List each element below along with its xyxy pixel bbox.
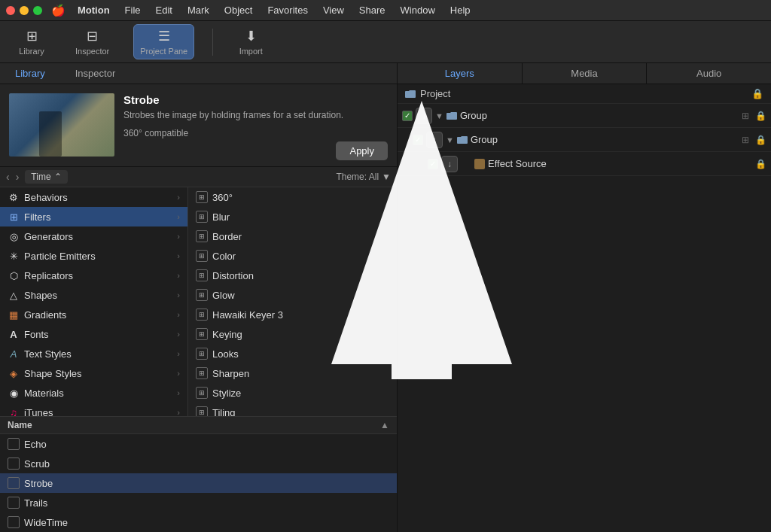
category-item-particle-emitters[interactable]: ✳ Particle Emitters › [0,246,187,266]
category-item-shape-styles[interactable]: ◈ Shape Styles › [0,363,187,383]
subcat-looks[interactable]: ⊞ Looks [188,344,397,363]
behaviors-arrow: › [177,193,180,202]
group2-checkbox[interactable]: ✓ [413,135,423,145]
tab-library[interactable]: Library [0,63,60,84]
library-toolbar-btn[interactable]: ⊞ Library [12,25,51,59]
subcat-keying[interactable]: ⊞ Keying [188,324,397,344]
name-item-trails[interactable]: Trails [0,493,397,512]
menu-file[interactable]: File [119,3,147,17]
category-item-behaviors[interactable]: ⚙ Behaviors › [0,187,187,207]
category-item-filters[interactable]: ⊞ Filters › [0,207,187,226]
menu-share[interactable]: Share [353,3,392,17]
subcat-label-distortion: Distortion [212,270,254,281]
group2-lock[interactable]: 🔒 [755,135,766,145]
close-button[interactable] [6,6,15,15]
theme-dropdown[interactable]: Theme: All ▼ [336,172,391,182]
subcat-distortion[interactable]: ⊞ Distortion [188,266,397,285]
category-dropdown-label: Time [31,172,50,182]
fonts-arrow: › [177,330,180,339]
tab-inspector[interactable]: Inspector [60,63,130,84]
subcat-glow[interactable]: ⊞ Glow [188,285,397,305]
shape-styles-arrow: › [177,369,180,378]
apply-button[interactable]: Apply [336,141,388,160]
group1-down-btn[interactable]: ↓ [416,108,432,124]
group2-more[interactable]: ⊞ [742,135,749,145]
group2-down-btn[interactable]: ↓ [426,132,443,148]
project-lock-icon: 🔒 [751,88,763,99]
tab-layers[interactable]: Layers [398,63,523,84]
group2-expand[interactable]: ▼ [446,135,454,144]
category-dropdown[interactable]: Time ⌃ [25,170,67,184]
project-folder-icon [405,90,416,98]
toolbar: ⊞ Library ⊟ Inspector ☰ Project Pane ⬇ I… [0,21,771,63]
library-icon: ⊞ [26,28,38,44]
menu-mark[interactable]: Mark [181,3,215,17]
name-item-widetime[interactable]: WideTime [0,512,397,532]
effect-source-lock[interactable]: 🔒 [755,159,766,169]
import-toolbar-btn[interactable]: ⬇ Import [231,25,270,59]
project-pane-toolbar-btn[interactable]: ☰ Project Pane [133,24,194,59]
library-browser: ⚙ Behaviors › ⊞ Filters › ◎ Generators › [0,187,397,416]
group1-checkbox[interactable]: ✓ [402,111,413,121]
name-list: Echo Scrub Strobe Trails WideTime [0,434,397,532]
thumbnail-person [39,111,62,157]
echo-icon [8,438,20,450]
category-item-text-styles[interactable]: A Text Styles › [0,344,187,363]
subcat-border[interactable]: ⊞ Border [188,226,397,246]
name-item-scrub[interactable]: Scrub [0,454,397,473]
category-item-shapes[interactable]: △ Shapes › [0,285,187,305]
menu-view[interactable]: View [317,3,350,17]
name-item-strobe[interactable]: Strobe [0,473,397,493]
preview-area: Strobe Strobes the image by holding fram… [0,84,397,167]
menu-help[interactable]: Help [444,3,477,17]
generators-arrow: › [177,232,180,241]
menu-favorites[interactable]: Favorites [261,3,313,17]
materials-arrow: › [177,388,180,397]
preview-description: Strobes the image by holding frames for … [123,109,388,122]
name-item-echo[interactable]: Echo [0,434,397,454]
apple-menu[interactable]: 🍎 [51,4,66,17]
subcat-sharpen[interactable]: ⊞ Sharpen [188,363,397,383]
subcat-keying-icon: ⊞ [196,328,208,340]
subcat-blur[interactable]: ⊞ Blur [188,207,397,226]
subcat-360[interactable]: ⊞ 360° [188,187,397,207]
name-section-scroll-up[interactable]: ▲ [380,420,389,430]
menu-object[interactable]: Object [218,3,259,17]
category-item-materials[interactable]: ◉ Materials › [0,383,187,403]
gradients-arrow: › [177,310,180,319]
nav-back-arrow[interactable]: ‹ [6,171,10,183]
nav-forward-arrow[interactable]: › [16,171,20,183]
name-label-trails: Trails [24,497,47,509]
tab-media[interactable]: Media [523,63,648,84]
category-label-gradients: Gradients [24,309,66,321]
category-item-gradients[interactable]: ▦ Gradients › [0,305,187,324]
effect-source-down-btn[interactable]: ↓ [441,156,458,172]
app-name[interactable]: Motion [72,3,116,17]
category-item-fonts[interactable]: A Fonts › [0,324,187,344]
subcat-hawaiki[interactable]: ⊞ Hawaiki Keyer 3 [188,305,397,324]
category-item-itunes[interactable]: ♫ iTunes › [0,403,187,416]
subcat-color[interactable]: ⊞ Color [188,246,397,266]
group1-lock[interactable]: 🔒 [755,111,766,121]
menu-window[interactable]: Window [395,3,441,17]
group1-more[interactable]: ⊞ [742,111,749,121]
effect-source-checkbox[interactable]: ✓ [428,159,438,169]
menu-edit[interactable]: Edit [150,3,178,17]
inspector-toolbar-btn[interactable]: ⊟ Inspector [69,25,115,59]
subcat-tiling[interactable]: ⊞ Tiling [188,403,397,416]
fonts-icon: A [8,328,20,340]
filters-arrow: › [177,212,180,221]
group1-expand[interactable]: ▼ [435,111,443,120]
category-item-replicators[interactable]: ⬡ Replicators › [0,266,187,285]
fullscreen-button[interactable] [33,6,42,15]
group1-folder-icon [446,111,457,120]
category-item-generators[interactable]: ◎ Generators › [0,226,187,246]
subcat-label-stylize: Stylize [212,388,241,399]
name-section: Name ▲ Echo Scrub Strobe Trails [0,416,397,532]
main-area: Library Inspector Strobe Strobes the ima… [0,63,771,532]
preview-thumbnail [9,93,114,157]
minimize-button[interactable] [20,6,29,15]
tab-audio[interactable]: Audio [647,63,771,84]
subcat-looks-icon: ⊞ [196,348,208,360]
subcat-stylize[interactable]: ⊞ Stylize [188,383,397,403]
